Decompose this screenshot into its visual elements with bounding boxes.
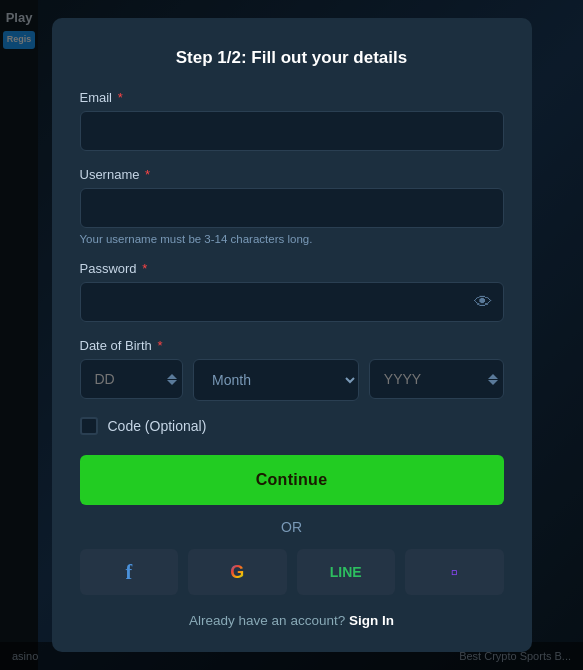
facebook-icon: f	[125, 561, 132, 584]
code-checkbox[interactable]	[80, 417, 98, 435]
password-wrapper: 👁	[80, 282, 504, 322]
dob-row: Month January February March April May J…	[80, 359, 504, 401]
dob-label: Date of Birth *	[80, 338, 504, 353]
username-hint: Your username must be 3-14 characters lo…	[80, 233, 504, 245]
username-group: Username * Your username must be 3-14 ch…	[80, 167, 504, 245]
twitch-social-button[interactable]: ▫	[405, 549, 504, 595]
code-row: Code (Optional)	[80, 417, 504, 435]
dob-dd-wrapper	[80, 359, 184, 401]
google-social-button[interactable]: G	[188, 549, 287, 595]
modal-backdrop: Step 1/2: Fill out your details Email * …	[0, 0, 583, 670]
password-group: Password * 👁	[80, 261, 504, 322]
username-required-star: *	[141, 167, 150, 182]
username-label: Username *	[80, 167, 504, 182]
twitch-icon: ▫	[451, 561, 458, 584]
signin-text: Already have an account?	[189, 613, 345, 628]
facebook-social-button[interactable]: f	[80, 549, 179, 595]
dob-required-star: *	[154, 338, 163, 353]
line-social-button[interactable]: LINE	[297, 549, 396, 595]
google-icon: G	[230, 562, 244, 583]
code-label[interactable]: Code (Optional)	[108, 418, 207, 434]
dob-yyyy-wrapper	[369, 359, 504, 401]
email-group: Email *	[80, 90, 504, 151]
line-icon: LINE	[330, 564, 362, 580]
email-input[interactable]	[80, 111, 504, 151]
or-divider: OR	[80, 519, 504, 535]
dob-dd-input[interactable]	[80, 359, 184, 399]
password-required-star: *	[139, 261, 148, 276]
dob-month-select[interactable]: Month January February March April May J…	[193, 359, 359, 401]
modal-title: Step 1/2: Fill out your details	[80, 48, 504, 68]
social-row: f G LINE ▫	[80, 549, 504, 595]
password-label: Password *	[80, 261, 504, 276]
signin-link[interactable]: Sign In	[349, 613, 394, 628]
password-visibility-icon[interactable]: 👁	[474, 292, 492, 313]
email-label: Email *	[80, 90, 504, 105]
signin-row: Already have an account? Sign In	[80, 613, 504, 628]
dob-yyyy-input[interactable]	[369, 359, 504, 399]
registration-modal: Step 1/2: Fill out your details Email * …	[52, 18, 532, 652]
dob-yyyy-input-wrapper	[369, 359, 504, 399]
dob-month-wrapper: Month January February March April May J…	[193, 359, 359, 401]
dob-dd-input-wrapper	[80, 359, 184, 399]
dob-group: Date of Birth * Month January	[80, 338, 504, 401]
password-input[interactable]	[80, 282, 504, 322]
email-required-star: *	[114, 90, 123, 105]
username-input[interactable]	[80, 188, 504, 228]
continue-button[interactable]: Continue	[80, 455, 504, 505]
